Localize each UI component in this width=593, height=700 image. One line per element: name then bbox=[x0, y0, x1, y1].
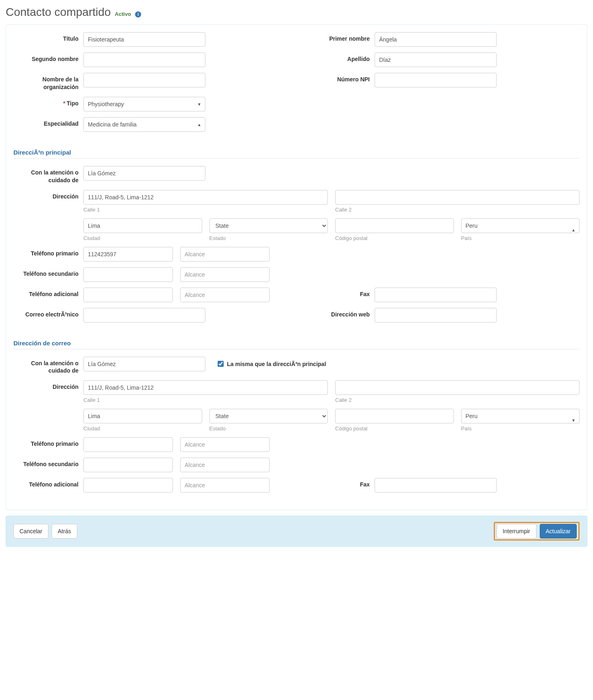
footer-right-highlight: Interrumpir Actualizar bbox=[494, 522, 580, 541]
cancelar-button[interactable]: Cancelar bbox=[13, 524, 48, 539]
same-as-main-checkbox[interactable] bbox=[218, 361, 224, 367]
calle2-mail-input[interactable] bbox=[335, 380, 580, 395]
page-header: Contacto compartido Activo i bbox=[6, 6, 587, 19]
label-tel-adicional-mail: Teléfono adicional bbox=[13, 478, 78, 488]
tel-primario-input[interactable] bbox=[83, 247, 173, 262]
label-nombre-org: Nombre de la organización bbox=[13, 73, 78, 91]
label-direccion-mail: Dirección bbox=[13, 380, 78, 391]
tel-adicional-mail-ext-input[interactable] bbox=[180, 478, 270, 493]
estado-select[interactable]: State bbox=[209, 218, 328, 233]
ciudad-mail-input[interactable] bbox=[83, 409, 202, 423]
label-primer-nombre: Primer nombre bbox=[305, 32, 370, 43]
label-titulo: Título bbox=[13, 32, 78, 43]
info-icon[interactable]: i bbox=[135, 11, 141, 17]
label-tel-primario-mail: Teléfono primario bbox=[13, 437, 78, 448]
section-direccion-principal: DirecciÃ³n principal bbox=[13, 149, 580, 156]
pais-mail-select[interactable] bbox=[461, 409, 580, 423]
codigo-postal-mail-input[interactable] bbox=[335, 409, 454, 423]
label-tel-primario: Teléfono primario bbox=[13, 247, 78, 257]
section-direccion-correo: Dirección de correo bbox=[13, 340, 580, 347]
label-tel-secundario: Teléfono secundario bbox=[13, 267, 78, 278]
sublabel-ciudad: Ciudad bbox=[83, 235, 202, 241]
sublabel-calle1-mail: Calle 1 bbox=[83, 397, 328, 403]
label-numero-npi: Número NPI bbox=[305, 73, 370, 83]
atencion-input[interactable] bbox=[83, 166, 205, 181]
primer-nombre-input[interactable] bbox=[375, 32, 497, 47]
label-correo: Correo electrÃ³nico bbox=[13, 308, 78, 318]
footer-bar: Cancelar Atrás Interrumpir Actualizar bbox=[6, 516, 587, 547]
tel-secundario-ext-input[interactable] bbox=[180, 267, 270, 282]
atencion-mail-input[interactable] bbox=[83, 357, 205, 371]
calle1-mail-input[interactable] bbox=[83, 380, 328, 395]
fax-input[interactable] bbox=[375, 288, 497, 302]
label-segundo-nombre: Segundo nombre bbox=[13, 52, 78, 63]
tel-secundario-mail-input[interactable] bbox=[83, 458, 173, 472]
atras-button[interactable]: Atrás bbox=[52, 524, 77, 539]
tipo-select[interactable] bbox=[83, 97, 205, 111]
sublabel-estado: Estado bbox=[209, 235, 328, 241]
calle1-input[interactable] bbox=[83, 190, 328, 205]
label-especialidad: Especialidad bbox=[13, 117, 78, 128]
sublabel-ciudad-mail: Ciudad bbox=[83, 425, 202, 432]
label-atencion-mail: Con la atención o cuidado de bbox=[13, 357, 78, 375]
divider bbox=[13, 349, 580, 349]
sublabel-estado-mail: Estado bbox=[209, 425, 328, 432]
label-tel-secundario-mail: Teléfono secundario bbox=[13, 458, 78, 468]
label-fax: Fax bbox=[305, 288, 370, 298]
fax-mail-input[interactable] bbox=[375, 478, 497, 493]
same-as-main-label: La misma que la direcciÃ³n principal bbox=[227, 361, 326, 367]
tel-primario-mail-input[interactable] bbox=[83, 437, 173, 452]
divider bbox=[13, 158, 580, 159]
sublabel-calle2-mail: Calle 2 bbox=[335, 397, 580, 403]
web-input[interactable] bbox=[375, 308, 497, 323]
nombre-org-input[interactable] bbox=[83, 73, 205, 87]
ciudad-input[interactable] bbox=[83, 218, 202, 233]
actualizar-button[interactable]: Actualizar bbox=[540, 524, 577, 539]
segundo-nombre-input[interactable] bbox=[83, 52, 205, 67]
label-apellido: Apellido bbox=[305, 52, 370, 63]
sublabel-pais: País bbox=[461, 235, 580, 241]
apellido-input[interactable] bbox=[375, 52, 497, 67]
pais-select[interactable] bbox=[461, 218, 580, 233]
label-atencion: Con la atención o cuidado de bbox=[13, 166, 78, 184]
tel-primario-mail-ext-input[interactable] bbox=[180, 437, 270, 452]
sublabel-codigo-postal: Código postal bbox=[335, 235, 454, 241]
codigo-postal-input[interactable] bbox=[335, 218, 454, 233]
correo-input[interactable] bbox=[83, 308, 205, 323]
label-tel-adicional: Teléfono adicional bbox=[13, 288, 78, 298]
tel-adicional-ext-input[interactable] bbox=[180, 288, 270, 302]
tel-adicional-input[interactable] bbox=[83, 288, 173, 302]
sublabel-calle2: Calle 2 bbox=[335, 207, 580, 213]
calle2-input[interactable] bbox=[335, 190, 580, 205]
sublabel-codigo-postal-mail: Código postal bbox=[335, 425, 454, 432]
tel-secundario-mail-ext-input[interactable] bbox=[180, 458, 270, 472]
numero-npi-input[interactable] bbox=[375, 73, 497, 87]
status-badge: Activo bbox=[115, 11, 131, 17]
label-fax-mail: Fax bbox=[305, 478, 370, 488]
tel-adicional-mail-input[interactable] bbox=[83, 478, 173, 493]
form-card: Título Segundo nombre Nombre de la organ… bbox=[6, 24, 587, 510]
tel-secundario-input[interactable] bbox=[83, 267, 173, 282]
especialidad-select[interactable] bbox=[83, 117, 205, 132]
estado-mail-select[interactable]: State bbox=[209, 409, 328, 423]
titulo-input[interactable] bbox=[83, 32, 205, 47]
label-web: Dirección web bbox=[305, 308, 370, 318]
sublabel-pais-mail: País bbox=[461, 425, 580, 432]
sublabel-calle1: Calle 1 bbox=[83, 207, 328, 213]
label-direccion: Dirección bbox=[13, 190, 78, 201]
tel-primario-ext-input[interactable] bbox=[180, 247, 270, 262]
interrumpir-button[interactable]: Interrumpir bbox=[497, 524, 536, 539]
label-tipo: *Tipo bbox=[13, 97, 78, 107]
page-title: Contacto compartido bbox=[6, 6, 111, 19]
